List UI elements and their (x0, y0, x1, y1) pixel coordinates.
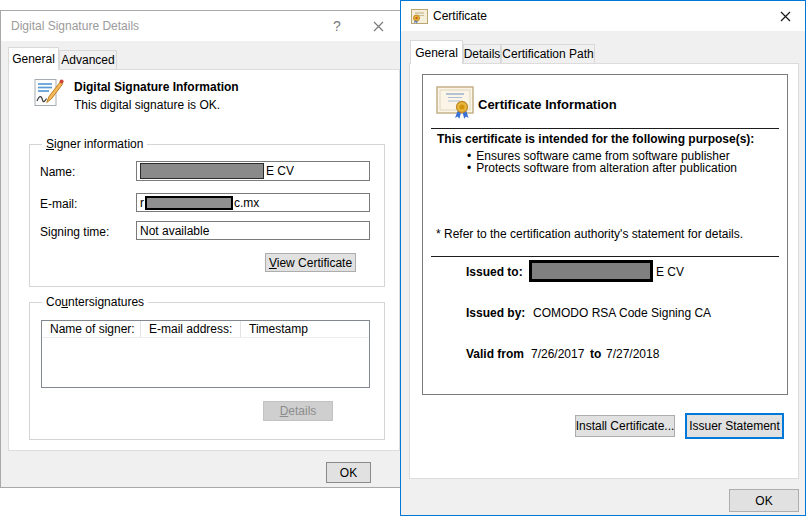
details-label: Details (280, 404, 317, 418)
digital-signature-details-dialog: Digital Signature Details ? General Adva… (0, 10, 402, 488)
valid-from-date: 7/26/2017 (531, 347, 584, 361)
email-label: E-mail: (40, 197, 77, 211)
signer-information-group: Signer information Name: E CV E-mail: r … (29, 144, 385, 287)
tab-general[interactable]: General (8, 47, 59, 70)
purposes-heading: This certificate is intended for the fol… (437, 132, 754, 146)
purpose-item: •Protects software from alteration after… (467, 161, 737, 175)
close-icon (780, 11, 791, 22)
tab-advanced-label: Advanced (61, 53, 114, 67)
issued-to-suffix: E CV (656, 265, 684, 279)
left-ok-label: OK (340, 466, 357, 480)
column-timestamp[interactable]: Timestamp (241, 321, 369, 337)
certificate-dialog: Certificate General Details Certificatio… (400, 0, 806, 516)
tab-general[interactable]: General (410, 40, 463, 64)
tab-general-label: General (415, 46, 458, 60)
tab-advanced[interactable]: Advanced (59, 50, 117, 70)
certificate-icon (411, 9, 428, 24)
close-icon (373, 21, 384, 32)
view-certificate-button[interactable]: View Certificate (265, 253, 356, 272)
right-ok-button[interactable]: OK (729, 489, 799, 512)
left-titlebar[interactable]: Digital Signature Details ? (1, 11, 401, 41)
name-redaction (140, 163, 264, 179)
signing-time-value: Not available (140, 224, 209, 238)
separator (431, 256, 779, 257)
purpose-text: Protects software from alteration after … (476, 161, 737, 175)
issued-to-label: Issued to: (466, 265, 523, 279)
tab-general-label: General (12, 52, 55, 66)
left-dialog-title: Digital Signature Details (11, 19, 139, 33)
install-certificate-label: Install Certificate... (576, 419, 675, 433)
issued-by-value: COMODO RSA Code Signing CA (533, 306, 711, 320)
right-titlebar[interactable]: Certificate (401, 1, 805, 31)
signature-status-text: This digital signature is OK. (74, 98, 220, 112)
email-redaction (145, 196, 233, 210)
details-button[interactable]: Details (263, 401, 333, 421)
separator (431, 128, 779, 129)
right-ok-label: OK (755, 494, 772, 508)
certificate-info-panel: Certificate Information This certificate… (422, 74, 788, 395)
name-value-suffix: E CV (266, 164, 294, 178)
tab-certification-path-label: Certification Path (502, 47, 593, 61)
valid-to-date: 7/27/2018 (606, 347, 659, 361)
left-ok-button[interactable]: OK (326, 462, 371, 483)
issued-to-redaction (529, 260, 653, 282)
valid-to-label: to (590, 347, 601, 361)
email-value-prefix: r (140, 196, 144, 210)
issued-by-label: Issued by: (466, 306, 525, 320)
right-dialog-title: Certificate (433, 9, 487, 23)
certificate-icon-large (436, 86, 474, 120)
help-icon: ? (333, 18, 341, 34)
signing-time-label: Signing time: (40, 225, 109, 239)
certificate-information-heading: Certificate Information (478, 97, 617, 112)
email-field[interactable]: r c.mx (136, 193, 370, 212)
countersignatures-label: Countersignatures (42, 295, 148, 309)
refer-note: * Refer to the certification authority's… (436, 227, 743, 241)
column-name-of-signer[interactable]: Name of signer: (42, 321, 141, 337)
screen: Digital Signature Details ? General Adva… (0, 0, 808, 518)
countersignatures-group: Countersignatures Name of signer: E-mail… (29, 302, 385, 440)
bullet-icon: • (467, 161, 471, 175)
help-button[interactable]: ? (321, 11, 353, 41)
tab-details-label: Details (464, 47, 501, 61)
issuer-statement-label: Issuer Statement (689, 419, 780, 433)
digital-signature-tabpage: Digital Signature Information This digit… (8, 69, 400, 451)
signing-time-field[interactable]: Not available (136, 221, 370, 240)
name-label: Name: (40, 165, 75, 179)
install-certificate-button[interactable]: Install Certificate... (575, 415, 675, 437)
close-button[interactable] (767, 1, 803, 31)
tab-certification-path[interactable]: Certification Path (501, 44, 595, 64)
column-email-address[interactable]: E-mail address: (141, 321, 241, 337)
view-certificate-label: View Certificate (269, 256, 352, 270)
certificate-general-tabpage: Certificate Information This certificate… (409, 63, 799, 479)
issuer-statement-button[interactable]: Issuer Statement (685, 413, 784, 439)
countersignatures-header: Name of signer: E-mail address: Timestam… (42, 321, 369, 338)
signer-information-label: Signer information (42, 137, 147, 151)
email-value-suffix: c.mx (234, 196, 259, 210)
tab-details[interactable]: Details (463, 44, 501, 64)
name-field[interactable]: E CV (136, 161, 370, 181)
digital-signature-icon (34, 78, 64, 108)
countersignatures-list[interactable]: Name of signer: E-mail address: Timestam… (41, 320, 370, 388)
signature-info-heading: Digital Signature Information (74, 80, 239, 94)
close-button[interactable] (359, 11, 397, 41)
valid-from-label: Valid from (466, 347, 524, 361)
